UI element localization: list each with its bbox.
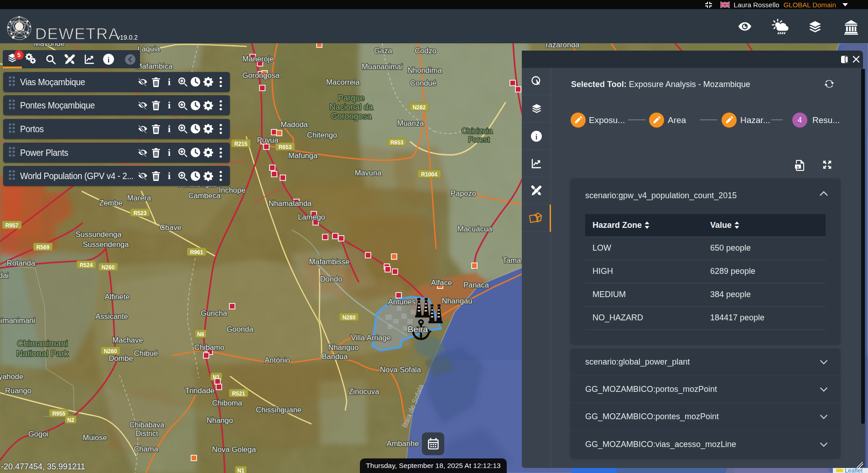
- svg-text:Ambanhe: Ambanhe: [387, 439, 419, 447]
- svg-text:Nova Golega: Nova Golega: [212, 445, 256, 453]
- svg-text:R523: R523: [134, 210, 147, 216]
- svg-text:Nhondima: Nhondima: [407, 66, 442, 74]
- svg-text:dai: dai: [0, 271, 9, 279]
- svg-text:N260: N260: [104, 348, 117, 355]
- svg-text:Papozo: Papozo: [451, 189, 476, 197]
- svg-text:i: i: [108, 56, 110, 64]
- svg-text:Cambeca: Cambeca: [188, 191, 221, 200]
- svg-text:Machave: Machave: [113, 336, 143, 344]
- svg-text:i: i: [168, 148, 171, 158]
- svg-text:Laquia: Laquia: [137, 45, 160, 53]
- svg-text:N280: N280: [343, 314, 356, 321]
- svg-text:Chave: Chave: [160, 223, 182, 231]
- svg-text:Inchope: Inchope: [219, 186, 246, 194]
- svg-text:Antunes: Antunes: [388, 298, 416, 306]
- svg-text:Assicante: Assicante: [95, 312, 128, 320]
- svg-text:i: i: [168, 171, 171, 181]
- svg-text:Zembe: Zembe: [99, 199, 122, 207]
- svg-text:R961: R961: [190, 249, 203, 256]
- svg-text:Mafambica: Mafambica: [136, 62, 173, 70]
- svg-text:Panaca: Panaca: [463, 281, 489, 289]
- svg-text:Dombe: Dombe: [109, 354, 133, 362]
- svg-text:Puvua: Puvua: [257, 136, 279, 144]
- svg-text:R569: R569: [36, 244, 50, 251]
- svg-text:Nacional da: Nacional da: [329, 103, 373, 112]
- svg-text:Nova Sofala: Nova Sofala: [380, 365, 421, 374]
- svg-text:Muanza: Muanza: [397, 119, 425, 127]
- svg-text:Marera: Marera: [127, 194, 151, 202]
- svg-text:R957: R957: [5, 222, 19, 229]
- svg-text:Mafambisse: Mafambisse: [309, 257, 350, 266]
- svg-text:N6: N6: [197, 331, 204, 338]
- svg-text:R653: R653: [390, 139, 404, 146]
- svg-text:Dondo: Dondo: [320, 275, 343, 283]
- svg-text:i: i: [535, 133, 538, 141]
- svg-text:Villa Arriage: Villa Arriage: [351, 334, 391, 342]
- svg-text:Condué: Condué: [410, 79, 437, 87]
- svg-text:Nhamatanda: Nhamatanda: [269, 199, 312, 207]
- svg-text:Mavuna: Mavuna: [355, 169, 382, 177]
- svg-text:yahode: yahode: [0, 372, 23, 380]
- svg-text:National Park: National Park: [16, 349, 69, 358]
- svg-text:Nhango: Nhango: [207, 416, 233, 424]
- svg-text:Muiose: Muiose: [83, 433, 107, 442]
- svg-text:Mafunga: Mafunga: [288, 151, 318, 159]
- svg-text:Madoda: Madoda: [281, 120, 308, 129]
- svg-text:Chama: Chama: [134, 445, 158, 453]
- svg-text:Lamego: Lamego: [298, 213, 325, 221]
- svg-text:N282: N282: [413, 104, 426, 111]
- svg-text:N1: N1: [237, 468, 244, 473]
- svg-text:Macorreia: Macorreia: [326, 78, 360, 86]
- svg-text:R215: R215: [234, 141, 248, 147]
- svg-text:Trindade: Trindade: [185, 386, 215, 395]
- svg-text:Tazaronda: Tazaronda: [544, 43, 580, 49]
- svg-text:Chinizuia: Chinizuia: [462, 127, 493, 135]
- svg-text:António: António: [265, 356, 290, 364]
- svg-text:Forest: Forest: [468, 135, 490, 144]
- svg-text:Rotanda: Rotanda: [7, 259, 36, 267]
- svg-text:Chibabava: Chibabava: [130, 421, 165, 429]
- svg-text:N2: N2: [67, 417, 74, 423]
- svg-text:Gogoi: Gogoi: [28, 430, 48, 438]
- svg-text:Chissinguane: Chissinguane: [256, 406, 301, 414]
- svg-text:Gorongosa: Gorongosa: [331, 112, 372, 121]
- svg-text:Sussendenga: Sussendenga: [83, 240, 130, 248]
- svg-text:Guncha: Guncha: [201, 309, 228, 317]
- svg-text:Ruango: Ruango: [5, 386, 31, 395]
- svg-text:Alfinete: Alfinete: [104, 293, 130, 301]
- svg-text:i: i: [168, 124, 171, 134]
- svg-text:Zinocuva: Zinocuva: [349, 387, 380, 396]
- svg-text:Gaza: Gaza: [374, 46, 392, 55]
- svg-text:R521: R521: [232, 391, 245, 397]
- svg-text:Chimanimani: Chimanimani: [17, 339, 68, 348]
- svg-text:Codzo: Codzo: [415, 46, 437, 55]
- svg-text:Chiboma: Chiboma: [212, 399, 243, 407]
- svg-text:Mavonde: Mavonde: [34, 43, 65, 47]
- svg-text:Maneroje: Maneroje: [243, 55, 274, 63]
- svg-text:N260: N260: [102, 264, 115, 271]
- svg-text:Bandua: Bandua: [322, 352, 348, 360]
- svg-text:District: District: [136, 430, 158, 437]
- svg-text:himanimani: himanimani: [0, 316, 35, 324]
- svg-text:i: i: [168, 77, 171, 87]
- svg-text:Parque: Parque: [338, 93, 364, 103]
- svg-text:Chibamo: Chibamo: [194, 343, 224, 351]
- svg-text:Macuácua: Macuácua: [457, 225, 493, 233]
- svg-text:Goonda: Goonda: [227, 325, 254, 333]
- svg-text:Chibué: Chibué: [134, 349, 158, 357]
- svg-text:Gorongosa: Gorongosa: [242, 71, 280, 79]
- svg-text:Alface: Alface: [431, 278, 452, 287]
- svg-text:Muananimai: Muananimai: [362, 62, 403, 71]
- svg-text:Beira: Beira: [408, 324, 428, 334]
- svg-text:Nhangau: Nhangau: [442, 297, 473, 305]
- svg-text:Nhanguo: Nhanguo: [328, 343, 359, 351]
- svg-text:x: x: [797, 165, 799, 169]
- svg-text:R955: R955: [52, 411, 66, 417]
- svg-text:Sussundenga: Sussundenga: [76, 230, 122, 238]
- svg-text:Chitengo: Chitengo: [307, 131, 337, 139]
- svg-text:i: i: [168, 100, 171, 110]
- svg-text:R1004: R1004: [421, 171, 437, 178]
- svg-text:R524: R524: [80, 262, 93, 268]
- svg-text:Tama: Tama: [503, 256, 521, 264]
- svg-text:R653: R653: [279, 144, 292, 150]
